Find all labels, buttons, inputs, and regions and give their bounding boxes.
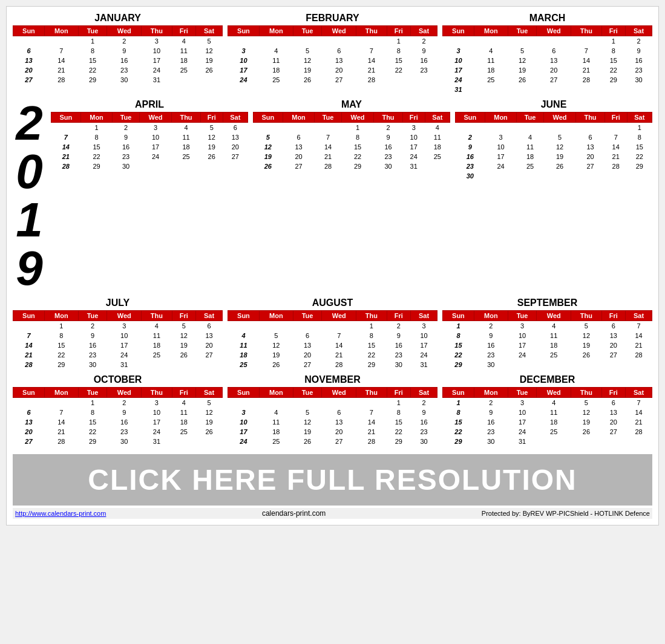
day-header-sun: Sun [443, 311, 474, 321]
calendar-day: 22 [341, 152, 373, 161]
day-header-sun: Sun [443, 26, 474, 36]
footer: http://www.calendars-print.com calendars… [13, 508, 652, 519]
calendar-day: 31 [508, 437, 536, 446]
calendar-day: 5 [571, 321, 602, 331]
calendar-day: 15 [443, 417, 474, 427]
calendar-day: 22 [387, 427, 410, 437]
calendar-day: 13 [13, 417, 45, 427]
day-header-tue: Tue [293, 26, 321, 36]
table-row: 18192021222324 [228, 350, 437, 360]
calendar-day: 6 [13, 408, 45, 417]
table-row: 3456789 [443, 46, 652, 56]
calendar-day: 3 [107, 321, 142, 331]
calendar-day: 24 [228, 437, 260, 446]
calendar-day: 8 [387, 46, 410, 56]
calendar-day: 22 [443, 350, 474, 360]
year-digit-0: 0 [16, 148, 43, 196]
calendar-day: 4 [172, 36, 195, 47]
calendar-day [322, 398, 356, 408]
calendar-day: 26 [200, 152, 223, 161]
footer-link[interactable]: http://www.calendars-print.com [15, 510, 106, 517]
calendar-day [283, 123, 315, 133]
calendar-day: 10 [139, 132, 171, 142]
day-header-sat: Sat [411, 311, 437, 321]
calendar-day: 3 [142, 398, 172, 408]
calendar-day: 13 [537, 56, 571, 65]
calendar-day: 28 [44, 75, 78, 85]
calendar-day: 21 [322, 350, 356, 360]
calendar-day: 18 [517, 152, 544, 161]
calendar-may: MAYSunMonTueWedThuFriSat1234567891011121… [253, 99, 450, 293]
calendar-day: 25 [228, 360, 260, 369]
calendar-day [259, 398, 293, 408]
calendar-day: 30 [107, 75, 142, 85]
calendar-day: 5 [293, 408, 321, 417]
calendar-day: 27 [322, 75, 356, 85]
table-row: 293031 [443, 437, 652, 446]
table-row: 6789101112 [13, 408, 223, 417]
day-header-sun: Sun [228, 388, 260, 398]
day-header-sat: Sat [196, 311, 223, 321]
calendar-day: 21 [356, 427, 387, 437]
calendar-day: 18 [142, 340, 172, 350]
day-header-fri: Fri [601, 26, 625, 36]
calendar-day [537, 360, 571, 369]
calendar-day: 24 [508, 427, 536, 437]
calendar-day [142, 360, 172, 369]
year-digit-9: 9 [16, 244, 43, 293]
calendar-day [228, 398, 260, 408]
calendar-day: 12 [571, 408, 602, 417]
day-header-thu: Thu [571, 311, 602, 321]
calendar-day: 15 [44, 340, 78, 350]
calendar-day: 1 [341, 123, 373, 133]
calendar-day [508, 360, 536, 369]
calendar-day: 27 [293, 360, 321, 369]
calendar-day [517, 123, 544, 133]
calendar-august: AUGUSTSunMonTueWedThuFriSat1234567891011… [228, 298, 437, 369]
calendar-day: 18 [259, 65, 293, 75]
calendar-day: 28 [571, 75, 602, 85]
calendar-day: 10 [402, 132, 425, 142]
calendar-day: 22 [627, 152, 652, 161]
calendar-day: 14 [356, 56, 387, 65]
day-header-tue: Tue [508, 388, 536, 398]
watermark[interactable]: CLICK HERE FULL RESOLUTION [13, 454, 652, 506]
calendar-day [537, 437, 571, 446]
calendar-day: 11 [259, 417, 293, 427]
table-row: 17181920212223 [443, 65, 652, 75]
calendar-day: 11 [474, 56, 508, 65]
calendar-day: 20 [537, 65, 571, 75]
month-title: SEPTEMBER [442, 298, 652, 308]
calendar-day: 10 [228, 417, 260, 427]
calendar-day: 4 [172, 398, 195, 408]
calendar-day [228, 36, 260, 47]
bottom-row: OCTOBERSunMonTueWedThuFriSat123456789101… [13, 374, 652, 446]
calendar-table: SunMonTueWedThuFriSat1234567891011121314… [442, 25, 652, 94]
calendar-day [537, 85, 571, 94]
table-row: 10111213141516 [443, 56, 652, 65]
calendar-day: 23 [78, 350, 106, 360]
calendar-day: 11 [172, 408, 195, 417]
day-header-mon: Mon [474, 26, 508, 36]
calendar-day: 27 [13, 75, 45, 85]
calendar-day: 20 [601, 417, 625, 427]
month-title: NOVEMBER [228, 374, 437, 385]
calendar-day [508, 85, 536, 94]
calendar-day [293, 36, 321, 47]
calendar-day: 16 [411, 417, 437, 427]
calendar-day: 3 [485, 132, 517, 142]
calendar-day: 1 [44, 321, 78, 331]
calendar-day: 4 [517, 132, 544, 142]
calendar-day: 19 [293, 427, 321, 437]
calendar-day: 26 [196, 65, 223, 75]
table-row: 2345678 [456, 132, 652, 142]
calendar-day: 7 [626, 321, 652, 331]
calendar-day: 23 [411, 65, 437, 75]
calendar-day: 30 [113, 161, 140, 171]
calendar-day: 24 [508, 350, 536, 360]
calendar-day [571, 437, 602, 446]
calendar-day [322, 36, 356, 47]
day-header-mon: Mon [259, 311, 293, 321]
day-header-thu: Thu [571, 388, 602, 398]
calendar-day: 26 [293, 437, 321, 446]
